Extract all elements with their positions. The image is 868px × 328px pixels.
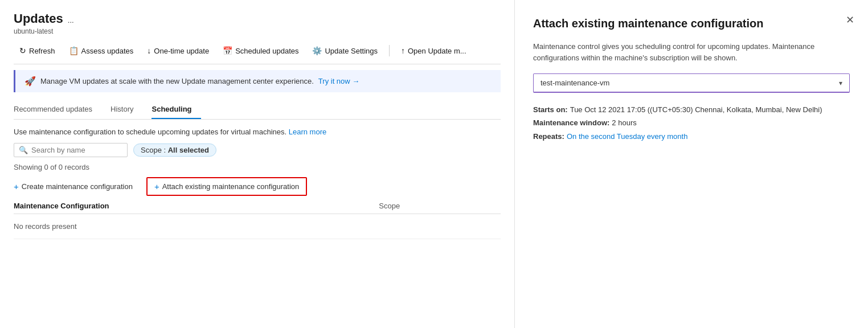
- search-input[interactable]: [31, 146, 122, 154]
- col-scope-header: Scope: [379, 202, 501, 210]
- maintenance-window-label: Maintenance window:: [533, 116, 609, 129]
- toolbar-divider: [389, 45, 390, 56]
- assess-updates-button[interactable]: 📋 Assess updates: [63, 43, 140, 58]
- settings-icon: ⚙️: [312, 46, 322, 55]
- close-button[interactable]: ✕: [844, 11, 857, 28]
- toolbar: ↻ Refresh 📋 Assess updates ↓ One-time up…: [14, 43, 501, 64]
- learn-more-link[interactable]: Learn more: [289, 128, 326, 136]
- repeats-row: Repeats: On the second Tuesday every mon…: [533, 130, 850, 143]
- banner-text: Manage VM updates at scale with the new …: [40, 77, 314, 85]
- banner-icon: 🚀: [24, 76, 36, 87]
- scheduling-description: Use maintenance configuration to schedul…: [14, 128, 501, 136]
- create-btn-label: Create maintenance configuration: [22, 182, 133, 191]
- tabs-container: Recommended updates History Scheduling: [14, 100, 501, 120]
- starts-on-value: Tue Oct 12 2021 17:05 ((UTC+05:30) Chenn…: [570, 103, 822, 116]
- repeats-label: Repeats:: [533, 130, 564, 143]
- side-panel-description: Maintenance control gives you scheduling…: [533, 41, 850, 63]
- starts-on-row: Starts on: Tue Oct 12 2021 17:05 ((UTC+0…: [533, 103, 850, 116]
- refresh-icon: ↻: [19, 46, 26, 55]
- search-icon: 🔍: [19, 146, 28, 154]
- attach-plus-icon: +: [154, 182, 159, 191]
- page-subtitle: ubuntu-latest: [14, 27, 501, 35]
- tab-recommended[interactable]: Recommended updates: [14, 100, 101, 119]
- page-title: Updates: [14, 11, 63, 26]
- attach-btn-label: Attach existing maintenance configuratio…: [162, 182, 300, 191]
- scope-value: All selected: [168, 146, 209, 154]
- tab-history[interactable]: History: [110, 100, 142, 119]
- filter-row: 🔍 Scope : All selected: [14, 143, 501, 157]
- create-maintenance-button[interactable]: + Create maintenance configuration: [14, 179, 133, 194]
- search-box: 🔍: [14, 143, 128, 157]
- maintenance-window-row: Maintenance window: 2 hours: [533, 116, 850, 129]
- download-icon: ↓: [147, 46, 151, 55]
- refresh-button[interactable]: ↻ Refresh: [14, 43, 61, 58]
- scope-badge[interactable]: Scope : All selected: [133, 144, 216, 157]
- side-panel-title: Attach existing maintenance configuratio…: [533, 16, 850, 31]
- maintenance-info: Starts on: Tue Oct 12 2021 17:05 ((UTC+0…: [533, 103, 850, 143]
- tab-scheduling[interactable]: Scheduling: [152, 100, 200, 119]
- one-time-update-button[interactable]: ↓ One-time update: [141, 43, 215, 58]
- page-ellipsis: ...: [68, 16, 74, 24]
- maintenance-window-value: 2 hours: [612, 116, 636, 129]
- update-settings-button[interactable]: ⚙️ Update Settings: [306, 43, 383, 58]
- action-row: + Create maintenance configuration + Att…: [14, 177, 501, 196]
- assess-icon: 📋: [69, 46, 79, 55]
- records-count: Showing 0 of 0 records: [14, 163, 501, 171]
- col-config-header: Maintenance Configuration: [14, 202, 379, 210]
- side-panel: ✕ Attach existing maintenance configurat…: [515, 0, 868, 328]
- repeats-value: On the second Tuesday every month: [567, 130, 687, 143]
- create-plus-icon: +: [14, 182, 19, 191]
- no-records-row: No records present: [14, 214, 501, 239]
- banner-link[interactable]: Try it now →: [318, 77, 359, 85]
- chevron-down-icon: ▾: [839, 79, 842, 87]
- dropdown-value: test-maintenance-vm: [541, 79, 609, 87]
- maintenance-config-dropdown[interactable]: test-maintenance-vm ▾: [533, 73, 850, 93]
- main-panel: Updates ... ubuntu-latest ↻ Refresh 📋 As…: [0, 0, 515, 328]
- starts-on-label: Starts on:: [533, 103, 568, 116]
- scheduling-content: Use maintenance configuration to schedul…: [14, 128, 501, 239]
- attach-maintenance-button[interactable]: + Attach existing maintenance configurat…: [146, 177, 307, 196]
- scheduled-updates-button[interactable]: 📅 Scheduled updates: [217, 43, 304, 58]
- calendar-icon: 📅: [223, 46, 232, 55]
- open-update-manager-button[interactable]: ↑ Open Update m...: [395, 43, 472, 58]
- table-header: Maintenance Configuration Scope: [14, 202, 501, 214]
- open-icon: ↑: [401, 46, 405, 55]
- update-banner: 🚀 Manage VM updates at scale with the ne…: [14, 70, 501, 92]
